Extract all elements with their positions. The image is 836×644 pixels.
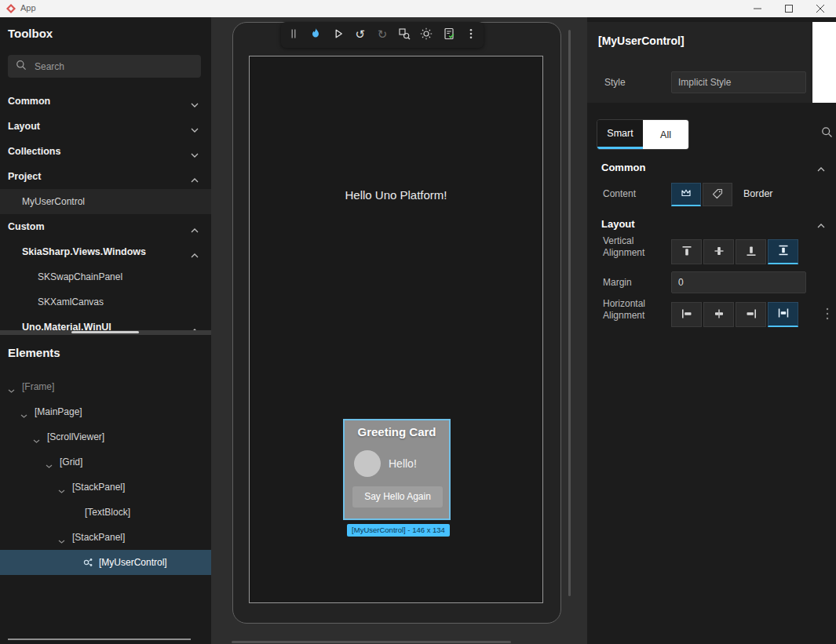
alignment-more-icon[interactable] xyxy=(825,307,830,323)
chevron-down-icon xyxy=(191,149,199,160)
toolbox-title: Toolbox xyxy=(8,27,53,40)
expander-icon[interactable] xyxy=(58,535,65,546)
toolbox-search[interactable] xyxy=(8,55,201,78)
page-textblock[interactable]: Hello Uno Platform! xyxy=(250,188,542,202)
expander-icon[interactable] xyxy=(46,460,53,471)
content-toggle-group xyxy=(671,183,732,206)
tree-item-stackpanel-2[interactable]: [StackPanel] xyxy=(0,525,211,550)
align-hstretch-icon xyxy=(777,307,790,322)
canvas-horizontal-scrollbar[interactable] xyxy=(232,641,511,643)
chevron-up-icon xyxy=(191,174,199,185)
style-label: Style xyxy=(604,77,626,88)
expander-icon[interactable] xyxy=(33,435,40,446)
content-presenter-toggle[interactable] xyxy=(671,183,701,206)
chevron-down-icon xyxy=(191,124,199,135)
properties-search-icon[interactable] xyxy=(821,126,833,140)
horizontal-align-left-button[interactable] xyxy=(671,302,702,327)
toolbox-group-collections[interactable]: Collections xyxy=(0,139,211,164)
canvas-vertical-scrollbar[interactable] xyxy=(568,30,571,596)
vertical-align-top-button[interactable] xyxy=(671,239,702,264)
undo-button[interactable]: ↺ xyxy=(351,26,370,45)
maximize-button[interactable] xyxy=(773,0,805,17)
toolbox-group-project[interactable]: Project xyxy=(0,164,211,189)
more-options-button[interactable] xyxy=(462,26,480,45)
tab-all[interactable]: All xyxy=(643,120,688,149)
align-bottom-icon xyxy=(745,245,758,260)
greeting-card-message: Hello! xyxy=(389,457,417,470)
horizontal-align-right-button[interactable] xyxy=(736,302,766,327)
expander-icon[interactable] xyxy=(8,384,15,395)
inspect-icon xyxy=(398,27,411,42)
tree-item-stackpanel-1[interactable]: [StackPanel] xyxy=(0,475,211,500)
toolbox-group-skiasharp[interactable]: SkiaSharp.Views.Windows xyxy=(0,239,211,264)
bottom-splitter-handle[interactable] xyxy=(8,639,191,640)
light-scrollbar-track xyxy=(812,22,836,103)
validate-form-button[interactable] xyxy=(440,26,458,45)
vertical-alignment-group xyxy=(671,239,798,264)
vertical-align-center-button[interactable] xyxy=(703,239,734,264)
splitter-handle[interactable] xyxy=(71,331,139,333)
vertical-align-bottom-button[interactable] xyxy=(736,239,766,264)
tree-label: [ScrollViewer] xyxy=(47,431,104,442)
horizontal-align-stretch-button[interactable] xyxy=(768,302,798,327)
redo-button[interactable]: ↻ xyxy=(373,26,392,45)
margin-label: Margin xyxy=(603,277,632,288)
search-icon xyxy=(16,60,27,73)
selected-control-title: [MyUserControl] xyxy=(598,35,684,47)
greeting-card-control[interactable]: Greeting Card Hello! Say Hello Again xyxy=(343,419,451,520)
theme-toggle-button[interactable] xyxy=(417,26,436,45)
group-label: Uno.Material.WinUI xyxy=(22,322,111,330)
grip-icon xyxy=(287,27,300,42)
vertical-align-stretch-button[interactable] xyxy=(768,239,798,264)
tag-icon xyxy=(711,187,724,202)
inspect-element-button[interactable] xyxy=(395,26,414,45)
toolbar-grip[interactable] xyxy=(284,26,303,45)
tree-item-frame[interactable]: [Frame] xyxy=(0,374,211,399)
properties-tabs: Smart All xyxy=(597,119,689,150)
toolbox-group-common[interactable]: Common xyxy=(0,89,211,114)
toolbox-item-skxamlcanvas[interactable]: SKXamlCanvas xyxy=(0,289,211,315)
tree-item-grid[interactable]: [Grid] xyxy=(0,449,211,475)
say-hello-again-button[interactable]: Say Hello Again xyxy=(352,486,443,508)
toolbox-group-custom[interactable]: Custom xyxy=(0,214,211,239)
flame-icon xyxy=(309,27,322,42)
app-logo-icon xyxy=(6,4,16,16)
align-hcenter-icon xyxy=(713,307,725,322)
horizontal-align-center-button[interactable] xyxy=(703,302,734,327)
toolbox-group-layout[interactable]: Layout xyxy=(0,114,211,139)
design-surface[interactable]: Hello Uno Platform! Greeting Card Hello!… xyxy=(249,56,543,603)
align-vcenter-icon xyxy=(713,245,725,260)
tree-label: [MyUserControl] xyxy=(99,557,167,568)
properties-panel: [MyUserControl] Style Implicit Style Sma… xyxy=(587,17,836,644)
tree-item-myusercontrol[interactable]: [MyUserControl] xyxy=(0,550,211,575)
tab-smart[interactable]: Smart xyxy=(597,120,643,149)
tree-item-scrollviewer[interactable]: [ScrollViewer] xyxy=(0,424,211,449)
design-canvas: ↺ ↻ Hello Uno Platform! Greeting Card He… xyxy=(211,17,587,644)
play-button[interactable] xyxy=(329,26,348,45)
toolbox-item-skswapchainpanel[interactable]: SKSwapChainPanel xyxy=(0,264,211,289)
expander-icon[interactable] xyxy=(58,485,65,496)
horizontal-alignment-label: Horizontal Alignment xyxy=(603,298,658,322)
usercontrol-icon xyxy=(82,556,94,571)
chevron-up-icon[interactable] xyxy=(817,220,825,231)
hot-reload-button[interactable] xyxy=(306,26,325,45)
style-selector[interactable]: Implicit Style xyxy=(671,71,806,93)
tree-item-mainpage[interactable]: [MainPage] xyxy=(0,399,211,424)
expander-icon[interactable] xyxy=(20,409,27,420)
close-button[interactable] xyxy=(805,0,836,17)
tree-label: [TextBlock] xyxy=(85,507,130,518)
content-value: Border xyxy=(743,188,773,199)
toolbox-item-myusercontrol[interactable]: MyUserControl xyxy=(0,189,211,214)
minimize-button[interactable] xyxy=(742,0,773,17)
window-title: App xyxy=(20,3,36,13)
redo-icon: ↻ xyxy=(378,29,388,41)
margin-input[interactable] xyxy=(671,271,806,293)
toolbox-panel: Toolbox Common Layout Collections Projec… xyxy=(0,17,211,330)
chevron-up-icon[interactable] xyxy=(817,163,825,174)
left-panel: Toolbox Common Layout Collections Projec… xyxy=(0,17,211,644)
greeting-card-avatar xyxy=(354,450,381,477)
tree-item-textblock[interactable]: [TextBlock] xyxy=(0,500,211,525)
content-tag-toggle[interactable] xyxy=(703,183,732,206)
toolbox-group-unomaterial[interactable]: Uno.Material.WinUI xyxy=(0,315,211,330)
search-input[interactable] xyxy=(33,60,182,73)
